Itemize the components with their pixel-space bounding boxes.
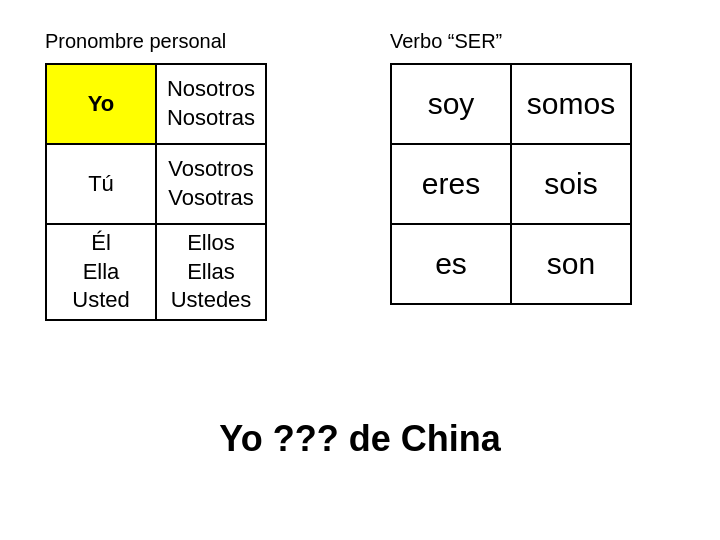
cell-yo: Yo (46, 64, 156, 144)
cell-ellos-ellas-ustedes: EllosEllasUstedes (156, 224, 266, 320)
verbo-title: Verbo “SER” (390, 30, 632, 53)
cell-vosotros: VosotrosVosotras (156, 144, 266, 224)
pronombre-title: Pronombre personal (45, 30, 267, 53)
bottom-sentence: Yo ??? de China (219, 418, 500, 460)
cell-el-ella-usted: ÉlEllaUsted (46, 224, 156, 320)
verbo-table: soy somos eres sois es son (390, 63, 632, 305)
cell-es: es (391, 224, 511, 304)
cell-somos: somos (511, 64, 631, 144)
cell-sois: sois (511, 144, 631, 224)
verbo-section: Verbo “SER” soy somos eres sois es son (390, 30, 632, 305)
pronombre-section: Pronombre personal Yo NosotrosNosotras T… (45, 30, 267, 321)
cell-nosotros: NosotrosNosotras (156, 64, 266, 144)
pronombre-table: Yo NosotrosNosotras Tú VosotrosVosotras … (45, 63, 267, 321)
cell-son: son (511, 224, 631, 304)
cell-tu: Tú (46, 144, 156, 224)
cell-soy: soy (391, 64, 511, 144)
cell-eres: eres (391, 144, 511, 224)
